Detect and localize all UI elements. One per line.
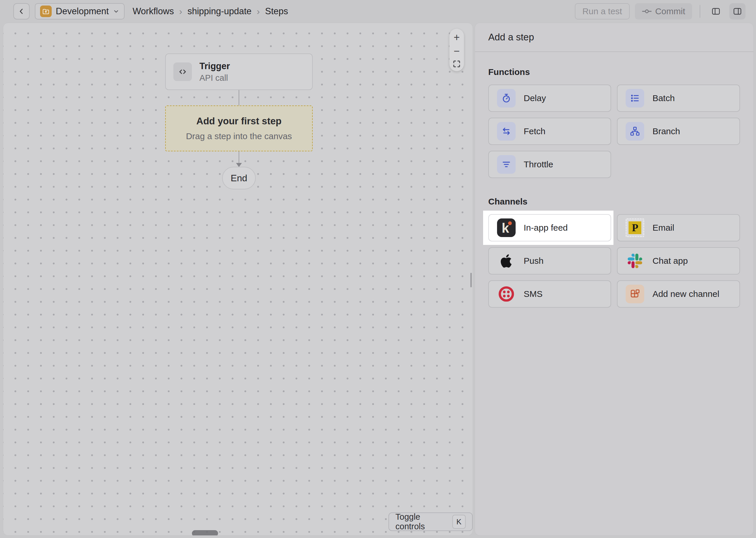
step-card-label: Chat app [652, 256, 688, 266]
zoom-in-button[interactable]: + [453, 32, 459, 43]
step-card-push[interactable]: Push [488, 247, 611, 275]
channels-section-label: Channels [488, 197, 740, 206]
step-card-label: Branch [652, 126, 680, 136]
toggle-controls-button[interactable]: Toggle controls K [389, 512, 473, 531]
step-card-label: Add new channel [652, 289, 719, 299]
slack-icon [626, 251, 644, 270]
step-card-label: Fetch [524, 126, 545, 136]
panel-header: Add a step [475, 23, 753, 52]
vertical-scrollbar[interactable] [470, 273, 472, 287]
commit-label: Commit [655, 6, 685, 16]
breadcrumb-workflow-name[interactable]: shipping-update [188, 6, 252, 17]
step-card-chat-app[interactable]: Chat app [617, 247, 740, 275]
breadcrumb-separator-icon: › [179, 6, 182, 17]
dropzone-title: Add your first step [196, 116, 281, 127]
edge-connector [239, 90, 239, 105]
channels-grid: k In-app feed P Email [488, 214, 740, 308]
workspace: Trigger API call Add your first step Dra… [0, 23, 756, 538]
spotlight-highlight: k In-app feed [488, 214, 611, 242]
workflow-canvas[interactable]: Trigger API call Add your first step Dra… [3, 23, 473, 536]
panel-body: Functions Delay Batch [475, 52, 753, 308]
functions-grid: Delay Batch Fetch [488, 84, 740, 178]
step-card-add-new-channel[interactable]: Add new channel [617, 280, 740, 308]
edge-arrowhead [236, 163, 242, 167]
step-card-label: Batch [652, 93, 675, 103]
canvas-zoom-controls: + − [449, 29, 464, 71]
throttle-lines-icon [497, 155, 516, 174]
edge-connector [239, 151, 239, 164]
breadcrumb-workflows[interactable]: Workflows [133, 6, 174, 17]
step-card-fetch[interactable]: Fetch [488, 118, 611, 145]
step-card-branch[interactable]: Branch [617, 118, 740, 145]
twilio-icon [497, 285, 516, 303]
branch-icon [626, 122, 644, 140]
step-card-in-app-feed[interactable]: k In-app feed [488, 214, 611, 242]
step-card-label: Push [524, 256, 543, 266]
back-button[interactable] [13, 3, 29, 20]
topbar-divider [700, 5, 700, 18]
step-card-label: Delay [524, 93, 546, 103]
trigger-node[interactable]: Trigger API call [165, 53, 313, 90]
toggle-right-panel-button[interactable] [729, 3, 745, 20]
panel-title: Add a step [488, 32, 534, 43]
stopwatch-icon [497, 89, 516, 107]
toggle-left-panel-button[interactable] [708, 3, 724, 20]
grid-plus-icon [626, 285, 644, 303]
swap-arrows-icon [497, 122, 516, 140]
step-card-delay[interactable]: Delay [488, 84, 611, 112]
commit-icon [642, 7, 652, 16]
step-card-throttle[interactable]: Throttle [488, 151, 611, 178]
zoom-out-button[interactable]: − [453, 46, 459, 56]
postmark-stamp-icon: P [626, 218, 644, 237]
add-step-panel: Add a step Functions Delay Batch [475, 23, 754, 536]
run-a-test-button[interactable]: Run a test [575, 3, 630, 20]
functions-section-label: Functions [488, 67, 740, 77]
end-node[interactable]: End [222, 167, 256, 189]
horizontal-scrollbar[interactable] [192, 530, 218, 536]
environment-label: Development [56, 6, 109, 17]
trigger-subtitle: API call [200, 73, 230, 83]
toggle-controls-label: Toggle controls [396, 512, 447, 531]
step-card-email[interactable]: P Email [617, 214, 740, 242]
step-card-sms[interactable]: SMS [488, 280, 611, 308]
knock-icon: k [497, 218, 516, 237]
top-bar: Development Workflows › shipping-update … [0, 0, 756, 23]
fit-view-button[interactable] [452, 60, 461, 68]
trigger-title: Trigger [200, 61, 230, 72]
breadcrumb: Workflows › shipping-update › Steps [133, 6, 288, 17]
keyboard-shortcut-badge: K [452, 515, 466, 529]
add-first-step-dropzone[interactable]: Add your first step Drag a step into the… [165, 105, 313, 151]
dropzone-subtitle: Drag a step into the canvas [186, 131, 292, 141]
apple-icon [497, 251, 516, 270]
commit-button[interactable]: Commit [635, 3, 692, 20]
left-panel-icon [711, 7, 721, 16]
trigger-texts: Trigger API call [200, 61, 230, 83]
step-card-label: In-app feed [524, 223, 568, 233]
chevron-down-icon [113, 8, 119, 15]
step-card-label: SMS [524, 289, 543, 299]
environment-folder-icon [40, 6, 52, 17]
list-icon [626, 89, 644, 107]
breadcrumb-separator-icon: › [257, 6, 260, 17]
back-chevron-icon [18, 8, 25, 15]
right-panel-icon [733, 7, 742, 16]
step-card-label: Throttle [524, 159, 553, 169]
code-icon [173, 63, 192, 81]
breadcrumb-steps[interactable]: Steps [265, 6, 288, 17]
environment-selector[interactable]: Development [35, 3, 124, 20]
step-card-label: Email [652, 223, 674, 233]
step-card-batch[interactable]: Batch [617, 84, 740, 112]
